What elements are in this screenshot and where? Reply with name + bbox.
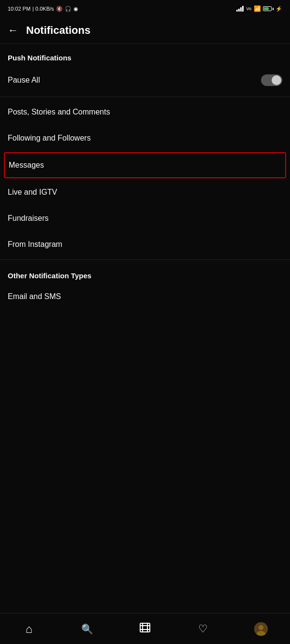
toggle-knob [272,75,281,85]
vo-label: Vo [246,6,251,11]
nav-activity[interactable]: ♡ [188,617,218,641]
content-area: Push Notifications Pause All Posts, Stor… [0,44,290,310]
avatar [254,622,268,636]
back-button[interactable]: ← [8,24,18,37]
fundraisers-item[interactable]: Fundraisers [0,205,290,231]
email-sms-item[interactable]: Email and SMS [0,284,290,310]
status-right: Vo 📶 ⚡ [236,5,282,12]
headset-icon: 🎧 [65,6,72,12]
battery-icon [263,6,274,11]
following-followers-item[interactable]: Following and Followers [0,125,290,151]
pause-all-toggle[interactable] [261,74,282,86]
wifi-icon: 📶 [254,5,261,12]
page-header: ← Notifications [0,17,290,44]
email-sms-label: Email and SMS [8,292,61,301]
svg-point-2 [259,625,263,630]
fundraisers-label: Fundraisers [8,214,48,223]
posts-stories-comments-label: Posts, Stories and Comments [8,108,110,116]
from-instagram-item[interactable]: From Instagram [0,231,290,258]
divider-1 [0,97,290,97]
messages-item[interactable]: Messages [4,152,286,178]
signal-icon [236,6,244,12]
pause-all-toggle-container [261,74,282,86]
from-instagram-label: From Instagram [8,240,62,249]
heart-icon: ♡ [198,623,208,635]
pause-all-label: Pause All [8,76,40,85]
mute-icon: 🔇 [56,6,63,12]
following-followers-label: Following and Followers [8,134,91,143]
reels-icon [139,622,151,636]
divider-2 [0,259,290,260]
nav-search[interactable]: 🔍 [72,617,102,641]
nav-home[interactable]: ⌂ [14,617,44,641]
status-bar: 10:02 PM | 0.0KB/s 🔇 🎧 ◉ Vo 📶 ⚡ [0,0,290,17]
svg-rect-0 [140,623,150,632]
status-network: | 0.0KB/s [32,6,54,12]
charging-icon: ⚡ [276,6,282,12]
status-time: 10:02 PM [8,6,30,12]
nav-profile[interactable] [246,617,276,641]
home-icon: ⌂ [26,622,33,636]
vpn-icon: ◉ [73,6,78,12]
page-title: Notifications [26,24,90,37]
live-igtv-label: Live and IGTV [8,188,57,197]
pause-all-item[interactable]: Pause All [0,66,290,95]
live-igtv-item[interactable]: Live and IGTV [0,179,290,205]
search-icon: 🔍 [81,623,93,635]
bottom-navigation: ⌂ 🔍 ♡ [0,613,290,644]
other-notification-types-section-header: Other Notification Types [0,262,290,284]
nav-reels[interactable] [130,617,160,641]
messages-label: Messages [9,161,44,170]
status-left: 10:02 PM | 0.0KB/s 🔇 🎧 ◉ [8,6,78,12]
posts-stories-comments-item[interactable]: Posts, Stories and Comments [0,99,290,125]
push-notifications-section-header: Push Notifications [0,44,290,66]
